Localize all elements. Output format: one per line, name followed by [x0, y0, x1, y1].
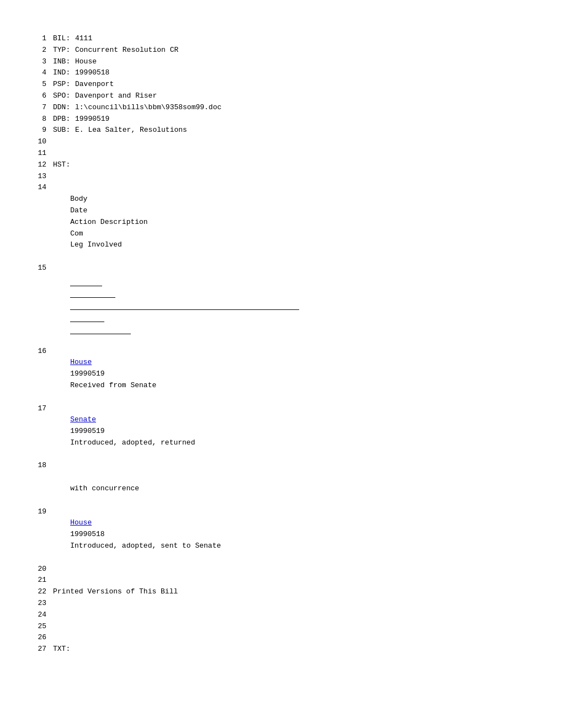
line-15-underlines: 15 — [33, 263, 530, 346]
line-14-table-header: 14 Body Date Action Description Com Leg … — [33, 182, 530, 263]
line-25: 25 — [33, 621, 530, 633]
line-19-row: 19 House 19990518 Introduced, adopted, s… — [33, 506, 530, 564]
line-16-row: 16 House 19990519 Received from Senate — [33, 346, 530, 403]
line-9: 9 SUB:E. Lea Salter, Resolutions — [33, 125, 530, 136]
line-24: 24 — [33, 609, 530, 621]
line-23: 23 — [33, 598, 530, 609]
line-8: 8 DPB:19990519 — [33, 114, 530, 125]
line-11: 11 — [33, 148, 530, 159]
line-6: 6 SPO:Davenport and Riser — [33, 90, 530, 102]
line-26: 26 — [33, 632, 530, 644]
line-7: 7 DDN:l:\council\bills\bbm\9358som99.doc — [33, 102, 530, 114]
line-13: 13 — [33, 171, 530, 183]
line-12-hst: 12 HST: — [33, 159, 530, 171]
house-link-2[interactable]: House — [70, 518, 92, 527]
line-5: 5 PSP:Davenport — [33, 79, 530, 90]
line-21: 21 — [33, 575, 530, 586]
line-22-printed-versions: 22 Printed Versions of This Bill — [33, 586, 530, 598]
line-27-txt: 27 TXT: — [33, 644, 530, 655]
senate-link[interactable]: Senate — [70, 415, 96, 424]
house-link-1[interactable]: House — [70, 358, 92, 366]
line-18-continuation: 18 with concurrence — [33, 460, 530, 506]
line-1: 1 BIL:4111 — [33, 33, 530, 45]
line-10: 10 — [33, 136, 530, 148]
line-3: 3 INB:House — [33, 56, 530, 68]
line-17-row: 17 Senate 19990519 Introduced, adopted, … — [33, 403, 530, 461]
line-4: 4 IND:19990518 — [33, 67, 530, 79]
line-20: 20 — [33, 564, 530, 575]
line-2: 2 TYP:Concurrent Resolution CR — [33, 45, 530, 56]
